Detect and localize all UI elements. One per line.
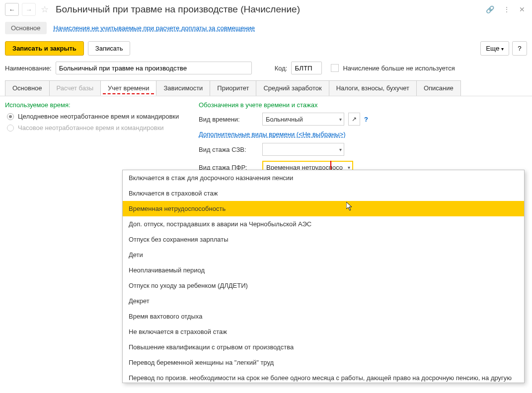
radio-hourly bbox=[7, 125, 14, 131]
tab-desc[interactable]: Описание bbox=[416, 80, 461, 96]
nav-forward-button[interactable]: → bbox=[22, 3, 36, 16]
tab-main[interactable]: Основное bbox=[5, 80, 50, 96]
tab-base[interactable]: Расчет базы bbox=[49, 80, 101, 96]
time-type-value: Больничный bbox=[266, 116, 303, 123]
action-bar-right: Еще ▾ ? bbox=[480, 41, 527, 56]
tab-priority[interactable]: Приоритет bbox=[210, 80, 256, 96]
tabs: Основное Расчет базы Учет времени Зависи… bbox=[0, 76, 532, 96]
more-button[interactable]: Еще ▾ bbox=[480, 41, 509, 56]
additional-time-link[interactable]: Дополнительные виды времени (<Не выбраны… bbox=[199, 131, 346, 138]
save-button[interactable]: Записать bbox=[88, 41, 131, 56]
page-title: Больничный при травме на производстве (Н… bbox=[56, 4, 300, 15]
arrow-left-icon: ← bbox=[9, 6, 15, 13]
action-bar: Записать и закрыть Записать Еще ▾ ? bbox=[0, 37, 532, 60]
pfr-dropdown: Включается в стаж для досрочного назначе… bbox=[122, 170, 525, 383]
dropdown-item[interactable]: Перевод по произв. необходимости на срок… bbox=[123, 370, 524, 383]
dropdown-item[interactable]: Не включается в страховой стаж bbox=[123, 324, 524, 339]
open-time-type-button[interactable]: ↗ bbox=[348, 113, 360, 126]
dropdown-item[interactable]: Отпуск по уходу за ребенком (ДЛДЕТИ) bbox=[123, 278, 524, 293]
not-used-label: Начисление больше не используется bbox=[343, 65, 455, 72]
header-actions: 🔗 ⋮ ✕ bbox=[484, 4, 527, 14]
kebab-icon[interactable]: ⋮ bbox=[501, 4, 512, 14]
nav-back-button[interactable]: ← bbox=[5, 3, 19, 16]
dropdown-item[interactable]: Включается в стаж для досрочного назначе… bbox=[123, 170, 524, 186]
radio-hourly-label: Часовое неотработанное время и командиро… bbox=[18, 124, 164, 131]
header: ← → ☆ Больничный при травме на производс… bbox=[0, 0, 532, 19]
dropdown-item[interactable]: Включается в страховой стаж bbox=[123, 186, 524, 201]
tab-avg[interactable]: Средний заработок bbox=[256, 80, 329, 96]
time-type-select[interactable]: Больничный ▾ bbox=[262, 113, 344, 126]
field-szv: Вид стажа СЗВ: ▾ bbox=[199, 143, 527, 156]
dropdown-item[interactable]: Отпуск без сохранения зарплаты bbox=[123, 232, 524, 247]
cursor-icon bbox=[346, 202, 354, 212]
chevron-down-icon: ▾ bbox=[501, 46, 504, 52]
code-input[interactable] bbox=[291, 62, 322, 74]
help-icon[interactable]: ? bbox=[364, 116, 368, 123]
chevron-down-icon: ▾ bbox=[339, 117, 342, 122]
radio-daily-label: Целодневное неотработанное время и коман… bbox=[18, 113, 179, 120]
subtab-main[interactable]: Основное bbox=[5, 22, 47, 34]
dropdown-item[interactable]: Дети bbox=[123, 247, 524, 262]
code-label: Код: bbox=[275, 65, 288, 72]
name-input[interactable] bbox=[56, 62, 252, 74]
help-button[interactable]: ? bbox=[512, 41, 527, 56]
field-time-type: Вид времени: Больничный ▾ ↗ ? bbox=[199, 113, 527, 126]
szv-select[interactable]: ▾ bbox=[262, 143, 344, 156]
szv-label: Вид стажа СЗВ: bbox=[199, 146, 258, 153]
radio-row-hourly: Часовое неотработанное время и командиро… bbox=[5, 124, 189, 131]
not-used-checkbox[interactable] bbox=[331, 64, 339, 72]
dropdown-item[interactable]: Неоплачиваемый период bbox=[123, 262, 524, 278]
column-left: Используемое время: Целодневное неотрабо… bbox=[5, 101, 189, 179]
radio-row-daily[interactable]: Целодневное неотработанное время и коман… bbox=[5, 113, 189, 120]
subtabs: Основное Начисления не учитываемые при р… bbox=[0, 19, 532, 37]
dropdown-item-selected[interactable]: Временная нетрудоспособность bbox=[123, 201, 524, 216]
column-right: Обозначения в учете времени и стажах Вид… bbox=[199, 101, 527, 179]
field-additional: Дополнительные виды времени (<Не выбраны… bbox=[199, 131, 527, 138]
tab-tax[interactable]: Налоги, взносы, бухучет bbox=[329, 80, 417, 96]
star-icon[interactable]: ☆ bbox=[41, 4, 49, 15]
dropdown-item[interactable]: Декрет bbox=[123, 293, 524, 309]
radio-daily[interactable] bbox=[7, 113, 14, 120]
close-icon[interactable]: ✕ bbox=[517, 4, 527, 14]
tab-deps[interactable]: Зависимости bbox=[156, 80, 210, 96]
dropdown-item[interactable]: Повышение квалификации с отрывом от прои… bbox=[123, 339, 524, 355]
external-icon: ↗ bbox=[352, 116, 357, 123]
dropdown-item[interactable]: Время вахтового отдыха bbox=[123, 309, 524, 324]
chevron-down-icon: ▾ bbox=[348, 165, 350, 170]
form-row-name: Наименование: Код: Начисление больше не … bbox=[0, 60, 532, 76]
right-section-title: Обозначения в учете времени и стажах bbox=[199, 101, 527, 109]
left-section-title: Используемое время: bbox=[5, 101, 189, 109]
arrow-right-icon: → bbox=[26, 6, 32, 13]
dropdown-item[interactable]: Доп. отпуск, пострадавших в аварии на Че… bbox=[123, 216, 524, 232]
save-close-button[interactable]: Записать и закрыть bbox=[5, 41, 84, 56]
dropdown-item[interactable]: Перевод беременной женщины на "легкий" т… bbox=[123, 355, 524, 370]
tab-time[interactable]: Учет времени bbox=[100, 80, 156, 96]
subtab-link-accruals[interactable]: Начисления не учитываемые при расчете до… bbox=[54, 24, 255, 32]
link-icon[interactable]: 🔗 bbox=[484, 4, 496, 14]
time-type-label: Вид времени: bbox=[199, 116, 258, 123]
chevron-down-icon: ▾ bbox=[339, 147, 342, 152]
name-label: Наименование: bbox=[5, 65, 52, 72]
